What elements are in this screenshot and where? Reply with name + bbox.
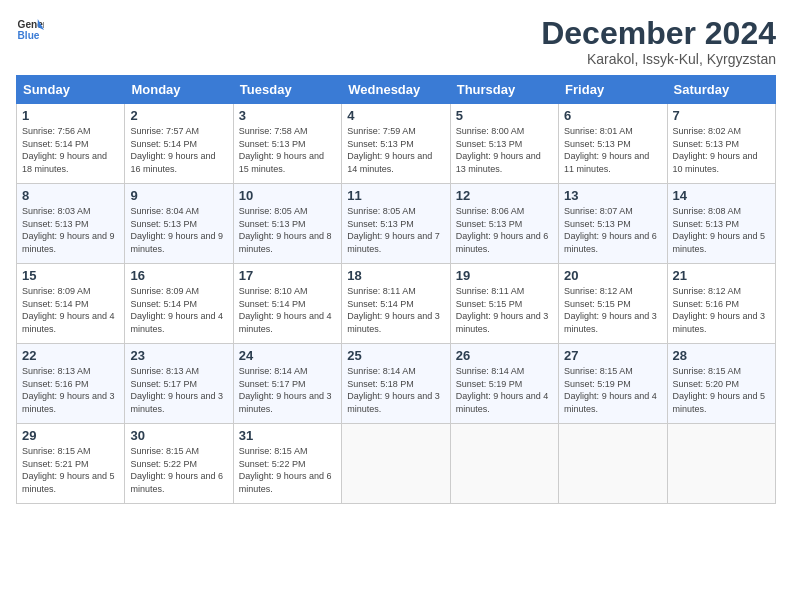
day-info: Sunrise: 8:14 AMSunset: 5:18 PMDaylight:… <box>347 365 444 415</box>
day-info: Sunrise: 8:02 AMSunset: 5:13 PMDaylight:… <box>673 125 770 175</box>
month-title: December 2024 <box>541 16 776 51</box>
day-info: Sunrise: 8:04 AMSunset: 5:13 PMDaylight:… <box>130 205 227 255</box>
calendar-week-2: 8Sunrise: 8:03 AMSunset: 5:13 PMDaylight… <box>17 184 776 264</box>
day-info: Sunrise: 8:05 AMSunset: 5:13 PMDaylight:… <box>347 205 444 255</box>
day-info: Sunrise: 8:15 AMSunset: 5:20 PMDaylight:… <box>673 365 770 415</box>
day-number: 29 <box>22 428 119 443</box>
day-number: 30 <box>130 428 227 443</box>
calendar-cell: 2Sunrise: 7:57 AMSunset: 5:14 PMDaylight… <box>125 104 233 184</box>
day-number: 8 <box>22 188 119 203</box>
calendar-cell: 25Sunrise: 8:14 AMSunset: 5:18 PMDayligh… <box>342 344 450 424</box>
day-info: Sunrise: 8:03 AMSunset: 5:13 PMDaylight:… <box>22 205 119 255</box>
calendar-week-5: 29Sunrise: 8:15 AMSunset: 5:21 PMDayligh… <box>17 424 776 504</box>
day-info: Sunrise: 8:14 AMSunset: 5:17 PMDaylight:… <box>239 365 336 415</box>
day-number: 2 <box>130 108 227 123</box>
column-header-saturday: Saturday <box>667 76 775 104</box>
calendar-week-4: 22Sunrise: 8:13 AMSunset: 5:16 PMDayligh… <box>17 344 776 424</box>
calendar-cell: 5Sunrise: 8:00 AMSunset: 5:13 PMDaylight… <box>450 104 558 184</box>
calendar-cell: 16Sunrise: 8:09 AMSunset: 5:14 PMDayligh… <box>125 264 233 344</box>
calendar-cell: 14Sunrise: 8:08 AMSunset: 5:13 PMDayligh… <box>667 184 775 264</box>
svg-text:Blue: Blue <box>18 30 40 41</box>
day-info: Sunrise: 8:15 AMSunset: 5:22 PMDaylight:… <box>239 445 336 495</box>
calendar-cell <box>450 424 558 504</box>
day-info: Sunrise: 8:11 AMSunset: 5:15 PMDaylight:… <box>456 285 553 335</box>
day-info: Sunrise: 8:05 AMSunset: 5:13 PMDaylight:… <box>239 205 336 255</box>
day-info: Sunrise: 7:56 AMSunset: 5:14 PMDaylight:… <box>22 125 119 175</box>
logo-icon: General Blue <box>16 16 44 44</box>
header-row: SundayMondayTuesdayWednesdayThursdayFrid… <box>17 76 776 104</box>
day-number: 10 <box>239 188 336 203</box>
calendar-week-3: 15Sunrise: 8:09 AMSunset: 5:14 PMDayligh… <box>17 264 776 344</box>
calendar-cell: 10Sunrise: 8:05 AMSunset: 5:13 PMDayligh… <box>233 184 341 264</box>
column-header-sunday: Sunday <box>17 76 125 104</box>
day-number: 21 <box>673 268 770 283</box>
day-info: Sunrise: 8:15 AMSunset: 5:21 PMDaylight:… <box>22 445 119 495</box>
calendar-cell: 28Sunrise: 8:15 AMSunset: 5:20 PMDayligh… <box>667 344 775 424</box>
day-number: 19 <box>456 268 553 283</box>
calendar-cell: 9Sunrise: 8:04 AMSunset: 5:13 PMDaylight… <box>125 184 233 264</box>
calendar-cell: 11Sunrise: 8:05 AMSunset: 5:13 PMDayligh… <box>342 184 450 264</box>
calendar-cell: 31Sunrise: 8:15 AMSunset: 5:22 PMDayligh… <box>233 424 341 504</box>
day-number: 11 <box>347 188 444 203</box>
calendar-cell: 19Sunrise: 8:11 AMSunset: 5:15 PMDayligh… <box>450 264 558 344</box>
day-number: 25 <box>347 348 444 363</box>
calendar-cell: 4Sunrise: 7:59 AMSunset: 5:13 PMDaylight… <box>342 104 450 184</box>
day-info: Sunrise: 8:00 AMSunset: 5:13 PMDaylight:… <box>456 125 553 175</box>
day-number: 15 <box>22 268 119 283</box>
day-number: 6 <box>564 108 661 123</box>
calendar-cell: 8Sunrise: 8:03 AMSunset: 5:13 PMDaylight… <box>17 184 125 264</box>
day-number: 7 <box>673 108 770 123</box>
calendar-table: SundayMondayTuesdayWednesdayThursdayFrid… <box>16 75 776 504</box>
day-number: 1 <box>22 108 119 123</box>
column-header-wednesday: Wednesday <box>342 76 450 104</box>
day-number: 28 <box>673 348 770 363</box>
calendar-cell: 24Sunrise: 8:14 AMSunset: 5:17 PMDayligh… <box>233 344 341 424</box>
calendar-cell: 26Sunrise: 8:14 AMSunset: 5:19 PMDayligh… <box>450 344 558 424</box>
calendar-week-1: 1Sunrise: 7:56 AMSunset: 5:14 PMDaylight… <box>17 104 776 184</box>
day-number: 13 <box>564 188 661 203</box>
logo: General Blue <box>16 16 44 44</box>
day-number: 23 <box>130 348 227 363</box>
column-header-tuesday: Tuesday <box>233 76 341 104</box>
column-header-thursday: Thursday <box>450 76 558 104</box>
calendar-cell: 13Sunrise: 8:07 AMSunset: 5:13 PMDayligh… <box>559 184 667 264</box>
day-number: 24 <box>239 348 336 363</box>
day-info: Sunrise: 8:09 AMSunset: 5:14 PMDaylight:… <box>22 285 119 335</box>
calendar-cell <box>342 424 450 504</box>
calendar-cell: 17Sunrise: 8:10 AMSunset: 5:14 PMDayligh… <box>233 264 341 344</box>
calendar-cell: 21Sunrise: 8:12 AMSunset: 5:16 PMDayligh… <box>667 264 775 344</box>
calendar-cell: 30Sunrise: 8:15 AMSunset: 5:22 PMDayligh… <box>125 424 233 504</box>
calendar-cell: 20Sunrise: 8:12 AMSunset: 5:15 PMDayligh… <box>559 264 667 344</box>
day-number: 31 <box>239 428 336 443</box>
day-number: 17 <box>239 268 336 283</box>
day-number: 18 <box>347 268 444 283</box>
day-info: Sunrise: 8:13 AMSunset: 5:17 PMDaylight:… <box>130 365 227 415</box>
day-number: 3 <box>239 108 336 123</box>
day-info: Sunrise: 7:58 AMSunset: 5:13 PMDaylight:… <box>239 125 336 175</box>
page-header: General Blue December 2024 Karakol, Issy… <box>16 16 776 67</box>
calendar-cell: 27Sunrise: 8:15 AMSunset: 5:19 PMDayligh… <box>559 344 667 424</box>
day-number: 9 <box>130 188 227 203</box>
day-info: Sunrise: 8:12 AMSunset: 5:16 PMDaylight:… <box>673 285 770 335</box>
day-info: Sunrise: 8:11 AMSunset: 5:14 PMDaylight:… <box>347 285 444 335</box>
day-number: 16 <box>130 268 227 283</box>
calendar-cell: 18Sunrise: 8:11 AMSunset: 5:14 PMDayligh… <box>342 264 450 344</box>
day-info: Sunrise: 8:15 AMSunset: 5:22 PMDaylight:… <box>130 445 227 495</box>
day-info: Sunrise: 8:07 AMSunset: 5:13 PMDaylight:… <box>564 205 661 255</box>
day-info: Sunrise: 8:13 AMSunset: 5:16 PMDaylight:… <box>22 365 119 415</box>
day-number: 26 <box>456 348 553 363</box>
calendar-cell: 7Sunrise: 8:02 AMSunset: 5:13 PMDaylight… <box>667 104 775 184</box>
calendar-cell <box>667 424 775 504</box>
calendar-cell: 1Sunrise: 7:56 AMSunset: 5:14 PMDaylight… <box>17 104 125 184</box>
calendar-cell: 3Sunrise: 7:58 AMSunset: 5:13 PMDaylight… <box>233 104 341 184</box>
calendar-cell: 29Sunrise: 8:15 AMSunset: 5:21 PMDayligh… <box>17 424 125 504</box>
day-info: Sunrise: 7:57 AMSunset: 5:14 PMDaylight:… <box>130 125 227 175</box>
day-number: 14 <box>673 188 770 203</box>
day-info: Sunrise: 7:59 AMSunset: 5:13 PMDaylight:… <box>347 125 444 175</box>
day-number: 12 <box>456 188 553 203</box>
day-number: 22 <box>22 348 119 363</box>
calendar-cell: 15Sunrise: 8:09 AMSunset: 5:14 PMDayligh… <box>17 264 125 344</box>
calendar-cell: 22Sunrise: 8:13 AMSunset: 5:16 PMDayligh… <box>17 344 125 424</box>
location-title: Karakol, Issyk-Kul, Kyrgyzstan <box>541 51 776 67</box>
column-header-friday: Friday <box>559 76 667 104</box>
